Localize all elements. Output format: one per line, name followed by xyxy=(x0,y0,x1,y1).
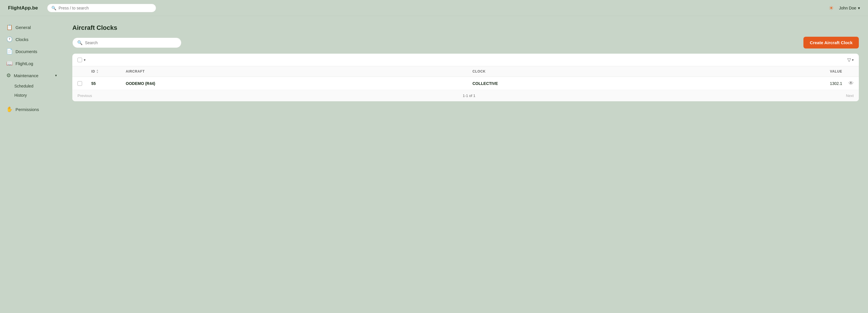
th-value-label: VALUE xyxy=(830,69,842,73)
search-icon: 🔍 xyxy=(77,40,83,45)
pagination-next[interactable]: Next xyxy=(846,94,854,98)
general-icon: 📋 xyxy=(6,24,12,30)
view-icon[interactable]: 👁 xyxy=(848,80,854,86)
th-id-sort-icon[interactable]: ▲▼ xyxy=(96,69,99,74)
sidebar-item-flightlog-label: FlightLog xyxy=(16,61,33,66)
maintenance-chevron-icon: ▾ xyxy=(55,73,57,77)
td-value: 1302.1 xyxy=(819,81,842,86)
sidebar-item-clocks[interactable]: 🕐 Clocks xyxy=(0,33,63,45)
main-content: Aircraft Clocks 🔍 Create Aircraft Clock … xyxy=(63,16,868,313)
theme-icon[interactable]: ☀ xyxy=(829,5,834,11)
user-menu[interactable]: John Doe ▾ xyxy=(839,6,860,10)
filter-icon[interactable]: ▽ xyxy=(847,57,851,63)
table-row: 55 OODEMO (R44) COLLECTIVE 1302.1 👁 xyxy=(72,77,859,90)
sidebar-subitem-history[interactable]: History xyxy=(14,91,63,100)
pagination-previous[interactable]: Previous xyxy=(78,94,92,98)
page-title: Aircraft Clocks xyxy=(72,24,859,32)
sidebar-item-general[interactable]: 📋 General xyxy=(0,21,63,33)
app-logo: FlightApp.be xyxy=(8,5,38,11)
th-checkbox xyxy=(78,69,91,74)
clocks-icon: 🕐 xyxy=(6,36,12,42)
filter-chevron-icon[interactable]: ▾ xyxy=(852,58,854,62)
pagination: Previous 1-1 of 1 Next xyxy=(72,90,859,101)
search-input[interactable] xyxy=(85,40,177,45)
th-aircraft: AIRCRAFT xyxy=(126,69,472,74)
maintenance-icon: ⚙ xyxy=(6,72,11,79)
th-clock: CLOCK xyxy=(472,69,819,74)
sidebar-item-documents[interactable]: 📄 Documents xyxy=(0,45,63,57)
permissions-icon: ✋ xyxy=(6,106,12,113)
toolbar-right: ▽ ▾ xyxy=(847,57,854,63)
sidebar-item-general-label: General xyxy=(16,25,31,30)
topnav: FlightApp.be 🔍 ☀ John Doe ▾ xyxy=(0,0,868,16)
th-id: ID ▲▼ xyxy=(91,69,126,74)
th-aircraft-label: AIRCRAFT xyxy=(126,69,145,73)
th-actions xyxy=(842,69,854,74)
sidebar-item-flightlog[interactable]: 📖 FlightLog xyxy=(0,57,63,69)
table-container: ▾ ▽ ▾ ID ▲▼ AIRCRAFT CLOCK xyxy=(72,54,859,101)
select-chevron-icon[interactable]: ▾ xyxy=(84,58,86,62)
pagination-info: 1-1 of 1 xyxy=(463,94,475,98)
table-toolbar: ▾ ▽ ▾ xyxy=(72,54,859,66)
flightlog-icon: 📖 xyxy=(6,60,12,67)
sidebar-item-documents-label: Documents xyxy=(16,49,37,54)
td-checkbox xyxy=(78,81,91,86)
topnav-right: ☀ John Doe ▾ xyxy=(829,5,860,11)
maintenance-submenu: Scheduled History xyxy=(0,82,63,100)
layout: 📋 General 🕐 Clocks 📄 Documents 📖 FlightL… xyxy=(0,16,868,313)
td-clock: COLLECTIVE xyxy=(472,81,819,86)
search-wrap: 🔍 xyxy=(72,38,181,48)
select-all-checkbox-wrap: ▾ xyxy=(78,58,86,62)
sidebar-item-maintenance-label: Maintenance xyxy=(14,73,38,78)
sidebar-subitem-scheduled[interactable]: Scheduled xyxy=(14,82,63,91)
td-id: 55 xyxy=(91,81,126,86)
topnav-search-icon: 🔍 xyxy=(51,6,56,10)
sidebar-item-clocks-label: Clocks xyxy=(16,37,28,42)
table-header: ID ▲▼ AIRCRAFT CLOCK VALUE xyxy=(72,66,859,77)
th-clock-label: CLOCK xyxy=(472,69,486,73)
user-chevron-icon: ▾ xyxy=(858,6,860,10)
td-action: 👁 xyxy=(842,80,854,86)
sidebar-item-permissions-label: Permissions xyxy=(16,107,39,112)
topnav-search: 🔍 xyxy=(47,4,156,12)
select-all-checkbox[interactable] xyxy=(78,58,82,62)
topnav-search-wrap: 🔍 xyxy=(47,4,156,12)
row-checkbox[interactable] xyxy=(78,81,82,86)
documents-icon: 📄 xyxy=(6,48,12,55)
th-value: VALUE xyxy=(819,69,842,74)
sidebar-item-permissions[interactable]: ✋ Permissions xyxy=(0,103,63,115)
td-aircraft: OODEMO (R44) xyxy=(126,81,472,86)
topnav-search-input[interactable] xyxy=(59,6,152,10)
sidebar-item-maintenance[interactable]: ⚙ Maintenance ▾ xyxy=(0,69,63,82)
search-action-row: 🔍 Create Aircraft Clock xyxy=(72,37,859,49)
user-name: John Doe xyxy=(839,6,856,10)
create-aircraft-clock-button[interactable]: Create Aircraft Clock xyxy=(803,37,859,49)
sidebar: 📋 General 🕐 Clocks 📄 Documents 📖 FlightL… xyxy=(0,16,63,313)
th-id-label: ID xyxy=(91,69,95,73)
